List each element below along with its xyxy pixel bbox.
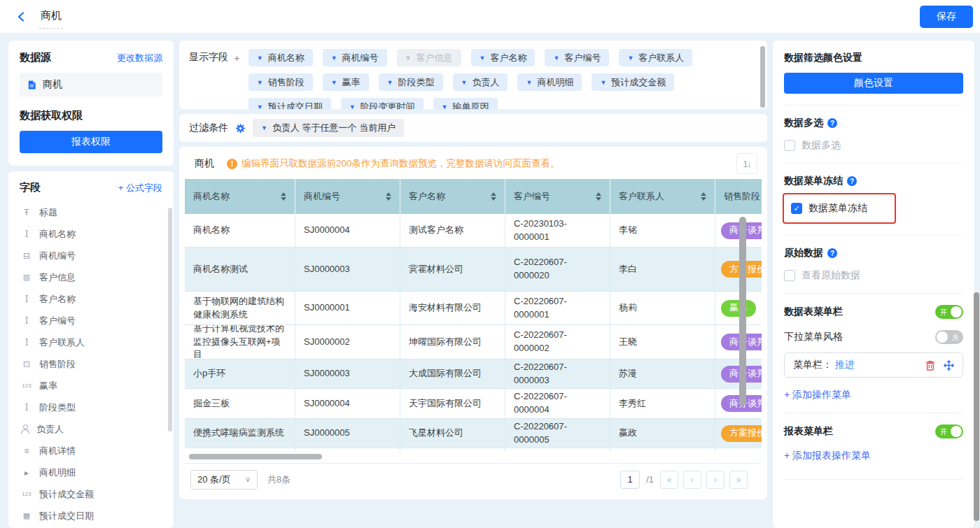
prev-page-button[interactable] — [683, 471, 701, 489]
table-cell: SJ0000002 — [295, 325, 400, 359]
last-page-button[interactable] — [729, 471, 748, 489]
move-icon[interactable] — [944, 360, 954, 371]
datasource-item[interactable]: 商机 — [20, 73, 162, 97]
display-field-chip[interactable]: ▼销售阶段 — [248, 73, 313, 91]
table-cell: C-20220607-0000005 — [505, 419, 610, 448]
field-item[interactable]: 商机明细 — [21, 462, 174, 483]
display-field-chip[interactable]: ▼商机编号 — [323, 49, 387, 66]
field-item[interactable]: 客户联系人 — [21, 331, 174, 353]
display-field-chip[interactable]: ▼商机明细 — [517, 73, 582, 91]
multi-select-checkbox[interactable]: 数据多选 — [784, 139, 963, 152]
table-cell: 方案报价 — [715, 248, 762, 291]
menu-item-row[interactable]: 菜单栏： 推进 — [784, 352, 963, 378]
page-total: /1 — [646, 474, 654, 485]
add-display-field-button[interactable]: + — [234, 52, 240, 64]
field-list: 标题 商机名称 商机编号 客户信息 客户名称 客户编号 客户联系人 销售阶段 赢… — [8, 201, 174, 527]
field-item[interactable]: 负责人 — [21, 418, 174, 440]
back-icon[interactable] — [14, 9, 29, 24]
display-field-chip[interactable]: ▼客户编号 — [545, 49, 609, 66]
scrollbar-thumb[interactable] — [189, 454, 322, 459]
column-header[interactable]: 商机名称 — [185, 179, 295, 214]
field-item[interactable]: 标题 — [21, 201, 174, 223]
display-field-chip[interactable]: ▼商机名称 — [248, 49, 313, 66]
raw-data-checkbox[interactable]: 查看原始数据 — [784, 269, 963, 282]
sort-caret-icon[interactable] — [596, 192, 601, 201]
autonumber-icon — [21, 251, 32, 261]
display-field-chip[interactable]: ▼阶段类型 — [379, 73, 443, 91]
question-icon[interactable] — [847, 176, 857, 186]
add-action-menu-link[interactable]: + 添加操作菜单 — [784, 389, 851, 401]
field-item[interactable]: 预计成交日期 — [21, 505, 174, 527]
table-row: 商机名称 SJ0000004 测试客户名称 C-20230103-0000001… — [185, 214, 762, 248]
color-settings-button[interactable]: 颜色设置 — [784, 73, 963, 94]
first-page-button[interactable] — [660, 471, 678, 489]
dropdown-style-toggle[interactable]: 关 — [935, 330, 963, 344]
field-item[interactable]: 商机详情 — [21, 440, 174, 462]
field-item[interactable]: 商机名称 — [21, 223, 174, 245]
gear-icon[interactable] — [235, 123, 246, 134]
display-field-chip[interactable]: ▼客户名称 — [471, 49, 536, 66]
display-field-chip[interactable]: ▼预计成交金额 — [592, 73, 674, 91]
datasource-item-label: 商机 — [43, 78, 62, 91]
sort-caret-icon[interactable] — [701, 192, 706, 201]
checkbox-icon[interactable] — [784, 140, 795, 151]
field-item[interactable]: 销售阶段 — [21, 353, 174, 375]
next-page-button[interactable] — [706, 471, 724, 489]
trash-icon[interactable] — [925, 360, 935, 371]
filter-condition-chip[interactable]: ▼ 负责人 等于任意一个 当前用户 — [253, 119, 404, 137]
table-row: 基于计算机视觉技术的监控摄像头互联网+项目 SJ0000002 坤曜国际有限公司… — [185, 325, 762, 359]
table-cell: 天宇国际有限公司 — [400, 389, 505, 418]
column-header[interactable]: 客户联系人 — [610, 179, 715, 214]
checkbox-icon[interactable] — [784, 270, 795, 281]
chevron-down-icon: ▼ — [479, 55, 486, 62]
table-cell: SJ0000001 — [295, 292, 400, 324]
field-item[interactable]: 预计成交金额 — [21, 483, 174, 505]
report-menu-toggle[interactable]: 开 — [935, 424, 963, 438]
column-header[interactable]: 客户名称 — [400, 179, 505, 214]
add-report-menu-link[interactable]: + 添加报表操作菜单 — [784, 450, 871, 462]
display-field-chip[interactable]: ▼输单原因 — [433, 98, 498, 109]
field-item[interactable]: 阶段类型 — [21, 397, 174, 418]
scrollbar-thumb[interactable] — [168, 208, 172, 431]
sort-caret-icon[interactable] — [386, 192, 391, 201]
chevron-down-icon: ▼ — [257, 55, 263, 62]
column-header[interactable]: 客户编号 — [505, 179, 610, 214]
sort-caret-icon[interactable] — [281, 192, 286, 201]
table-row: 小p手环 SJ0000003 大成国际有限公司 C-20220607-00000… — [185, 359, 762, 389]
question-icon[interactable] — [827, 248, 837, 258]
field-item[interactable]: 商机编号 — [21, 245, 174, 266]
document-icon — [27, 80, 37, 90]
display-field-chip[interactable]: ▼阶段变更时间 — [341, 98, 424, 109]
scrollbar-thumb[interactable] — [760, 46, 765, 108]
table-cell: 小p手环 — [185, 359, 295, 388]
scrollbar-thumb[interactable] — [974, 292, 979, 521]
sort-icon[interactable] — [736, 153, 757, 174]
page-input[interactable]: 1 — [620, 471, 640, 489]
table-cell: 赢单 — [715, 292, 762, 324]
report-permission-button[interactable]: 报表权限 — [20, 131, 162, 153]
display-field-chip[interactable]: ▼预计成交日期 — [248, 98, 331, 109]
field-item[interactable]: 客户编号 — [21, 310, 174, 331]
page-size-select[interactable]: 20 条/页 ∨ — [190, 470, 258, 490]
content-area: 数据源 更改数据源 商机 数据获取权限 报表权限 字段 + 公式字段 — [0, 34, 980, 528]
field-item[interactable]: 赢率 — [21, 375, 174, 397]
display-field-chip[interactable]: ▼客户联系人 — [619, 49, 692, 66]
table-menu-toggle[interactable]: 开 — [935, 305, 963, 319]
table-cell: 海安材料有限公司 — [400, 292, 505, 324]
menu-freeze-checkbox[interactable] — [791, 203, 802, 214]
field-item[interactable]: 客户名称 — [21, 288, 174, 310]
person-icon — [21, 424, 29, 434]
table-cell: 商务谈判 — [715, 359, 762, 388]
display-field-chip[interactable]: ▼赢率 — [323, 73, 369, 91]
scrollbar-thumb[interactable] — [739, 217, 746, 406]
menu-item-value[interactable]: 推进 — [835, 359, 855, 371]
add-formula-field-link[interactable]: + 公式字段 — [118, 182, 162, 194]
column-header[interactable]: 销售阶段 — [715, 179, 762, 214]
save-button[interactable]: 保存 — [920, 6, 973, 28]
sort-caret-icon[interactable] — [491, 192, 496, 201]
field-item[interactable]: 客户信息 — [21, 266, 174, 288]
column-header[interactable]: 商机编号 — [295, 179, 400, 214]
change-datasource-link[interactable]: 更改数据源 — [117, 52, 162, 64]
question-icon[interactable] — [827, 118, 837, 128]
display-field-chip[interactable]: ▼负责人 — [453, 73, 508, 91]
